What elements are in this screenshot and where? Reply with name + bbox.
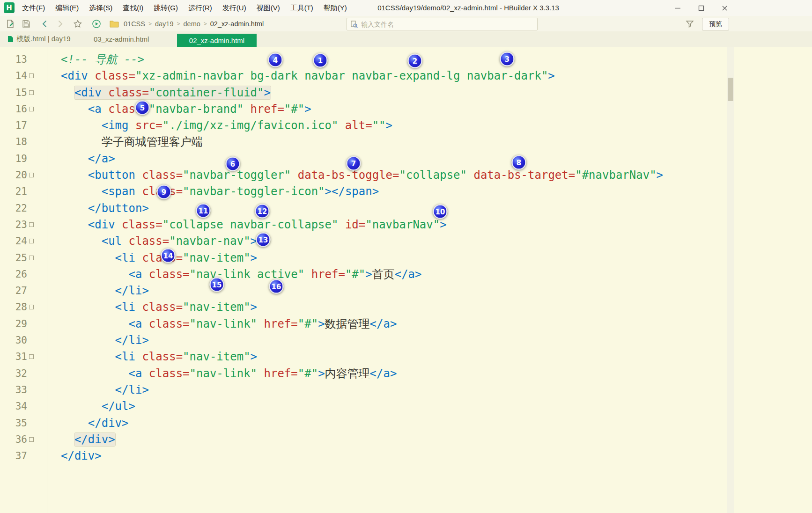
token-eq: =	[162, 235, 169, 248]
gutter: 24	[0, 233, 47, 249]
menu-item[interactable]: 查找(I)	[118, 0, 148, 16]
tab-active[interactable]: 02_xz-admin.html	[177, 34, 257, 47]
token-tag: </a>	[395, 268, 422, 281]
line-number: 30	[0, 332, 27, 349]
fold-marker[interactable]	[29, 222, 34, 227]
code-line: 24<ul class="navbar-nav">	[0, 233, 798, 249]
code-area: <button class="navbar-toggler" data-bs-t…	[47, 167, 798, 183]
code-content: </li>	[115, 284, 149, 297]
breadcrumb-item[interactable]: 01CSS	[123, 20, 146, 28]
scrollbar-track[interactable]	[727, 47, 734, 513]
line-number: 27	[0, 283, 27, 299]
code-area: </div>	[47, 415, 798, 432]
token-eq: =	[365, 119, 372, 132]
token-attr: href	[244, 103, 277, 116]
token-tag: >	[251, 235, 257, 248]
token-tag: </ul>	[102, 400, 135, 413]
gutter: 34	[0, 398, 47, 415]
tab[interactable]: 模版.html | day19	[4, 31, 74, 47]
token-tag: >	[264, 86, 270, 99]
token-val: "container-fluid"	[149, 86, 264, 99]
token-tag: >	[386, 119, 392, 132]
menu-item[interactable]: 运行(R)	[183, 0, 217, 16]
fold-marker[interactable]	[29, 90, 34, 95]
close-button[interactable]	[713, 0, 736, 16]
minimize-button[interactable]	[666, 0, 689, 16]
token-tag: >	[251, 251, 257, 264]
fold-marker[interactable]	[29, 239, 34, 243]
code-editor[interactable]: 13<!-- 导航 -->14<div class="xz-admin-navb…	[0, 47, 812, 513]
maximize-button[interactable]	[689, 0, 713, 16]
code-line: 15<div class="container-fluid">	[0, 85, 798, 101]
new-file-button[interactable]	[4, 17, 16, 30]
gutter: 27	[0, 283, 47, 299]
fold-marker[interactable]	[29, 354, 34, 359]
token-attr: class	[142, 367, 183, 380]
code-area: <span class="navbar-toggler-icon"></span…	[47, 183, 798, 200]
menu-bar: 文件(F)编辑(E)选择(S)查找(I)跳转(G)运行(R)发行(U)视图(V)…	[17, 0, 352, 16]
token-tag: <li	[115, 350, 135, 363]
code-line: 20<button class="navbar-toggler" data-bs…	[0, 167, 798, 183]
gutter: 26	[0, 266, 47, 283]
gutter: 21	[0, 183, 47, 200]
search-input[interactable]	[358, 21, 537, 28]
token-eq: =	[359, 218, 365, 231]
fold-marker[interactable]	[29, 437, 34, 442]
token-tag: </div>	[74, 433, 115, 446]
fold-marker[interactable]	[29, 173, 34, 177]
run-button[interactable]	[90, 17, 103, 30]
line-number: 24	[0, 233, 27, 249]
code-line: 30</li>	[0, 332, 798, 349]
line-number: 15	[0, 85, 27, 101]
folder-icon	[110, 20, 119, 28]
code-content: </button>	[88, 202, 149, 215]
token-tag: >	[304, 103, 311, 116]
document-icon	[7, 36, 14, 43]
code-area: </li>	[47, 283, 798, 299]
code-area: <ul class="navbar-nav">	[47, 233, 798, 249]
menu-item[interactable]: 选择(S)	[84, 0, 118, 16]
fold-marker[interactable]	[29, 73, 34, 78]
menu-item[interactable]: 工具(T)	[285, 0, 318, 16]
line-number: 19	[0, 151, 27, 167]
back-button[interactable]	[38, 17, 51, 30]
breadcrumb-item[interactable]: demo	[183, 20, 201, 28]
preview-button[interactable]: 预览	[702, 18, 729, 30]
token-attr: class	[135, 169, 176, 182]
fold-marker[interactable]	[29, 107, 34, 111]
save-button[interactable]	[20, 17, 32, 30]
gutter: 32	[0, 366, 47, 382]
breadcrumb-item[interactable]: day19	[154, 20, 175, 28]
menu-item[interactable]: 视图(V)	[251, 0, 285, 16]
menu-item[interactable]: 发行(U)	[217, 0, 251, 16]
code-content: </li>	[115, 334, 149, 347]
token-attr: href	[257, 367, 291, 380]
gutter: 23	[0, 217, 47, 233]
gutter: 17	[0, 117, 47, 134]
code-line: 36</div>	[0, 432, 798, 448]
token-tag: >	[657, 169, 663, 182]
favorite-button[interactable]	[71, 17, 84, 30]
folder-button[interactable]	[108, 17, 120, 30]
fold-marker[interactable]	[29, 305, 34, 309]
menu-item[interactable]: 帮助(Y)	[318, 0, 352, 16]
token-eq: =	[176, 185, 183, 198]
forward-button[interactable]	[53, 17, 66, 30]
breadcrumb-item[interactable]: 02_xz-admin.html	[209, 20, 265, 28]
line-number: 22	[0, 200, 27, 217]
fold-marker[interactable]	[29, 256, 34, 260]
filter-button[interactable]	[684, 18, 696, 30]
menu-item[interactable]: 编辑(E)	[50, 0, 84, 16]
token-val: "#navbarNav"	[575, 169, 656, 182]
code-content: <!-- 导航 -->	[61, 53, 144, 66]
scrollbar-thumb[interactable]	[728, 78, 733, 101]
token-tag: >	[251, 300, 257, 314]
tab[interactable]: 03_xz-admin.html	[90, 31, 153, 47]
token-eq: =	[183, 268, 189, 281]
token-tag: <a	[129, 317, 142, 330]
token-eq: =	[176, 251, 183, 264]
menu-item[interactable]: 文件(F)	[17, 0, 50, 16]
search-box	[347, 18, 538, 30]
menu-item[interactable]: 跳转(G)	[148, 0, 183, 16]
code-area: <a class="nav-link" href="#">数据管理</a>	[47, 316, 798, 332]
